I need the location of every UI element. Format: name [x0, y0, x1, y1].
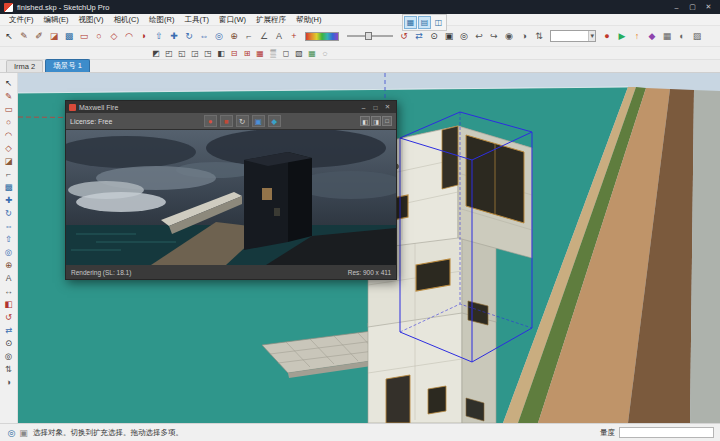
- maximize-button[interactable]: ▢: [685, 3, 700, 11]
- walk-tool-icon[interactable]: ⇅: [532, 28, 546, 44]
- monochrome-mode-icon[interactable]: ◌: [319, 48, 331, 59]
- circle-tool-icon[interactable]: ○: [2, 115, 16, 128]
- protractor-tool-icon[interactable]: ∠: [257, 28, 271, 44]
- rotate-tool-icon[interactable]: ↻: [2, 206, 16, 219]
- section-plane-icon[interactable]: ⊟: [228, 48, 240, 59]
- arc-tool-icon[interactable]: ◠: [2, 128, 16, 141]
- menu-window[interactable]: 窗口(W): [214, 15, 251, 25]
- scale-tool-icon[interactable]: ⇔: [197, 28, 211, 44]
- toggle-location-icon[interactable]: ▤: [418, 16, 431, 29]
- polygon-tool-icon[interactable]: ◇: [107, 28, 121, 44]
- menu-edit[interactable]: 编辑(E): [39, 15, 74, 25]
- arc-tool-icon[interactable]: ◠: [122, 28, 136, 44]
- toggle-terrain-icon[interactable]: ▦: [404, 16, 417, 29]
- rectangle-tool-icon[interactable]: ▭: [77, 28, 91, 44]
- fog-toggle-icon[interactable]: ▨: [690, 28, 704, 44]
- viewport[interactable]: Maxwell Fire –□✕ License: Free ●■↻▣◆ ◧◨□: [18, 73, 720, 423]
- walk-tool-icon[interactable]: ⇅: [2, 362, 16, 375]
- dimension-tool-icon[interactable]: ↔: [2, 284, 16, 297]
- menu-file[interactable]: 文件(F): [4, 15, 39, 25]
- text-tool-icon[interactable]: A: [2, 271, 16, 284]
- text-tool-icon[interactable]: A: [272, 28, 286, 44]
- maxwell-close-button[interactable]: ✕: [382, 103, 393, 111]
- textured-mode-icon[interactable]: ▦: [660, 28, 674, 44]
- pan-tool-icon[interactable]: ⇄: [2, 323, 16, 336]
- zoom-extents-tool-icon[interactable]: ◎: [2, 349, 16, 362]
- popout-button[interactable]: □: [382, 116, 392, 126]
- minimize-button[interactable]: –: [669, 4, 684, 11]
- top-view-icon[interactable]: ◰: [163, 48, 175, 59]
- follow-me-tool-icon[interactable]: ⊕: [2, 258, 16, 271]
- line-tool-icon[interactable]: ✎: [17, 28, 31, 44]
- rectangle-tool-icon[interactable]: ▭: [2, 102, 16, 115]
- menu-tools[interactable]: 工具(T): [179, 15, 214, 25]
- zoom-tool-icon[interactable]: ⊙: [2, 336, 16, 349]
- scale-tool-icon[interactable]: ⇔: [2, 219, 16, 232]
- paint-bucket-tool-icon[interactable]: ▩: [2, 180, 16, 193]
- maxwell-maximize-button[interactable]: □: [370, 104, 381, 111]
- eraser-tool-icon[interactable]: ◪: [2, 154, 16, 167]
- offset-tool-icon[interactable]: ◎: [2, 245, 16, 258]
- geolocation-icon[interactable]: ◎: [6, 427, 17, 438]
- select-tool-icon[interactable]: ↖: [2, 28, 16, 44]
- move-tool-icon[interactable]: ✚: [2, 193, 16, 206]
- extension-render-icon[interactable]: ●: [600, 28, 614, 44]
- maxwell-titlebar[interactable]: Maxwell Fire –□✕: [66, 101, 396, 113]
- close-button[interactable]: ✕: [701, 3, 716, 11]
- menu-extensions[interactable]: 扩展程序: [251, 15, 291, 25]
- scene-tab-1[interactable]: 场景号 1: [45, 59, 90, 72]
- paint-bucket-tool-icon[interactable]: ▩: [62, 28, 76, 44]
- follow-me-tool-icon[interactable]: ⊕: [227, 28, 241, 44]
- wireframe-mode-icon[interactable]: ◻: [280, 48, 292, 59]
- front-view-icon[interactable]: ◱: [176, 48, 188, 59]
- camera-sync-icon[interactable]: ▣: [252, 115, 265, 127]
- look-around-icon[interactable]: ◑: [517, 28, 531, 44]
- position-camera-icon[interactable]: ◉: [502, 28, 516, 44]
- tape-measure-tool-icon[interactable]: ⌐: [2, 167, 16, 180]
- push-pull-tool-icon[interactable]: ⇧: [152, 28, 166, 44]
- slider-thumb[interactable]: [365, 32, 372, 40]
- save-render-icon[interactable]: ◆: [268, 115, 281, 127]
- fire-stop-icon[interactable]: ■: [220, 115, 233, 127]
- render-resolution-dropdown[interactable]: ▾: [550, 30, 596, 42]
- maxwell-fire-window[interactable]: Maxwell Fire –□✕ License: Free ●■↻▣◆ ◧◨□: [65, 100, 397, 280]
- orbit-tool-icon[interactable]: ↺: [2, 310, 16, 323]
- extension-library-icon[interactable]: ◆: [645, 28, 659, 44]
- measurements-input[interactable]: [619, 427, 714, 438]
- menu-help[interactable]: 帮助(H): [291, 15, 326, 25]
- next-view-icon[interactable]: ↪: [487, 28, 501, 44]
- rotate-tool-icon[interactable]: ↻: [182, 28, 196, 44]
- section-plane-icon[interactable]: ◧: [2, 297, 16, 310]
- push-pull-tool-icon[interactable]: ⇧: [2, 232, 16, 245]
- eraser-tool-icon[interactable]: ◪: [47, 28, 61, 44]
- extension-animation-icon[interactable]: ▶: [615, 28, 629, 44]
- dock-left-button[interactable]: ◧: [360, 116, 370, 126]
- xray-mode-icon[interactable]: ▒: [267, 48, 279, 59]
- move-tool-icon[interactable]: ✚: [167, 28, 181, 44]
- toggle-photo-icon[interactable]: ◫: [432, 16, 445, 29]
- render-quality-slider[interactable]: [347, 30, 393, 42]
- section-display-icon[interactable]: ⊞: [241, 48, 253, 59]
- textured-view-icon[interactable]: ▦: [306, 48, 318, 59]
- dock-right-button[interactable]: ◨: [371, 116, 381, 126]
- previous-view-icon[interactable]: ↩: [472, 28, 486, 44]
- section-fill-icon[interactable]: ▦: [254, 48, 266, 59]
- maxwell-minimize-button[interactable]: –: [358, 104, 369, 111]
- offset-tool-icon[interactable]: ◎: [212, 28, 226, 44]
- left-view-icon[interactable]: ◧: [215, 48, 227, 59]
- fire-start-icon[interactable]: ●: [204, 115, 217, 127]
- tape-measure-tool-icon[interactable]: ⌐: [242, 28, 256, 44]
- credits-icon[interactable]: ▣: [18, 427, 29, 438]
- refresh-render-icon[interactable]: ↻: [236, 115, 249, 127]
- shaded-mode-icon[interactable]: ▧: [293, 48, 305, 59]
- select-tool-icon[interactable]: ↖: [2, 76, 16, 89]
- shadows-toggle-icon[interactable]: ◐: [675, 28, 689, 44]
- menu-view[interactable]: 视图(V): [74, 15, 109, 25]
- freehand-tool-icon[interactable]: ✐: [32, 28, 46, 44]
- line-tool-icon[interactable]: ✎: [2, 89, 16, 102]
- render-quality-gradient[interactable]: [305, 32, 339, 41]
- pie-tool-icon[interactable]: ◗: [137, 28, 151, 44]
- menu-draw[interactable]: 绘图(R): [144, 15, 179, 25]
- axes-tool-icon[interactable]: +: [287, 28, 301, 44]
- look-around-icon[interactable]: ◑: [2, 375, 16, 388]
